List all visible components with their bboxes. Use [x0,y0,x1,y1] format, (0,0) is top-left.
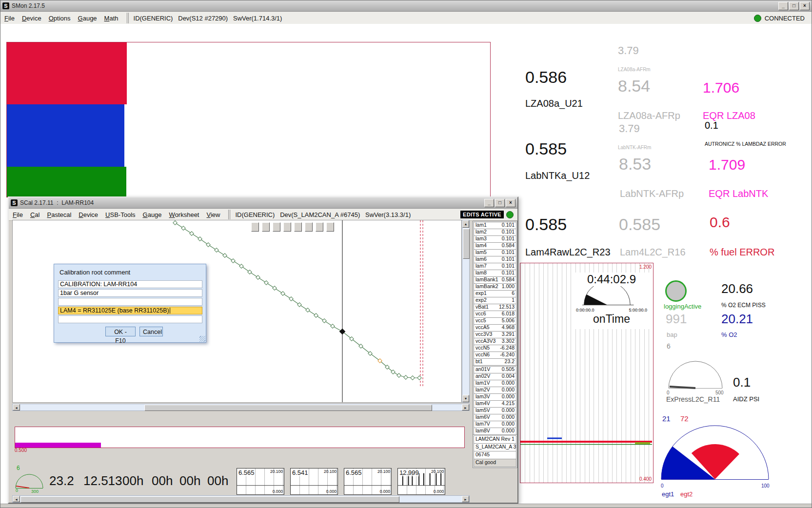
device-info-row: Cal good [474,459,516,467]
menu-item[interactable]: USB-Tools [105,211,135,218]
menu-item[interactable]: Worksheet [169,211,199,218]
voltage-row: lam8V0.000 [474,428,516,435]
express-min: 0 [667,390,670,395]
toolbar-button[interactable] [251,222,259,232]
bar-gauge-readouts [6,28,250,42]
counter-value: 00h [207,473,228,488]
menu-item[interactable]: Device [22,15,41,22]
aidz-value: 0.1 [733,375,751,390]
chart-toolbar [248,222,334,232]
minimize-icon[interactable]: _ [484,199,494,207]
comment-field[interactable] [58,315,202,323]
express-label: ExPressL2C_R11 [666,395,720,403]
voltage-row: lam1V0.000 [474,380,516,387]
chart-vscrollbar[interactable]: ▲ ▼ [462,220,470,403]
smon-window-title: SMon 2.17.5 [12,2,778,9]
minimize-icon[interactable]: _ [778,2,788,10]
scroll-down-icon[interactable]: ▼ [462,395,469,402]
telemetry-row: lam10.101 [474,222,516,229]
telemetry-row: bt123.2 [474,358,516,366]
scroll-right-icon[interactable]: ► [462,496,469,502]
bottom-scroll-thumb[interactable] [20,496,399,503]
menu-item[interactable]: View [207,211,220,218]
o2-ecm-value: 20.66 [721,281,753,296]
telemetry-row: vccA54.968 [474,324,516,332]
readout-lam4l2c-label: Lam4L2C_R16 [620,247,686,258]
toolbar-button[interactable] [326,222,334,232]
readout-lam4l2c: 0.585 [619,215,660,234]
text-cursor [170,308,170,313]
telemetry-row: vcc3V33.291 [474,331,516,338]
telemetry-row: lam60.101 [474,256,516,263]
cancel-button[interactable]: Cancel [139,327,163,336]
readout-eqr-labntk: 1.709 [709,156,745,173]
bar-gauge [6,42,491,197]
comment-field[interactable] [58,298,202,306]
bap-extra: 6 [667,342,671,350]
telemetry-row: lam80.101 [474,270,516,277]
menu-item[interactable]: Gauge [78,15,97,22]
menu-item[interactable]: Device [79,211,98,218]
scal-bottom-scrollbar[interactable]: ◄ ► [12,495,470,503]
comment-field[interactable]: 1bar G sensor [58,289,202,297]
ontime-gauge: 0:44:02.9 0:00:00.0 5:00:00.0 onTime [572,273,651,329]
menu-item[interactable]: Gauge [143,211,162,218]
lam-readouts [9,412,228,426]
telemetry-row: vccN5-6.248 [474,345,516,352]
voltage-row: lam5V0.000 [474,407,516,414]
menu-item[interactable]: File [4,15,15,22]
voltage-row: lam4V4.215 [474,400,516,408]
sparkline: 6.565 20.100 0.000 [237,468,284,495]
maximize-icon[interactable]: □ [789,2,799,10]
toolbar-button[interactable] [273,222,280,232]
menu-item[interactable]: Pastecal [47,211,71,218]
sparkline-row: 6.565 20.100 0.000 6.541 20.100 0.000 6.… [237,468,445,495]
o2-ecm-label: % O2 ECM PISS [721,302,766,309]
egt2-label: egt2 [680,490,693,498]
toolbar-button[interactable] [262,222,270,232]
egt-max: 100 [761,483,770,488]
scroll-up-icon[interactable]: ▲ [462,220,469,228]
toolbar-button[interactable] [316,222,323,232]
menu-item[interactable]: File [13,211,23,218]
telemetry-row: vBat112.513 [474,304,516,311]
mini-gauge-max: 300 [31,489,39,494]
readout-eqr-labntk-label: EQR LabNTK [709,188,768,199]
mini-gauge-value: 6 [17,465,20,471]
ontime-max: 5:00:00.0 [629,308,647,313]
scroll-left-icon[interactable]: ◄ [13,404,20,410]
toolbar-button[interactable] [305,222,313,232]
o2-label: % O2 [721,331,737,338]
scroll-right-icon[interactable]: ► [462,404,469,410]
comment-field[interactable]: CALIBRATION: LAM-RR104 [58,280,202,288]
scal-titlebar: S SCal 2.17.11 : LAM-RR104 _ □ × [9,197,517,209]
maximize-icon[interactable]: □ [495,199,505,207]
lam-bar-gauge [15,427,465,448]
menu-item[interactable]: Cal [30,211,40,218]
counter-value: 23.2 [49,473,74,488]
telemetry-row: lam20.101 [474,229,516,236]
vscroll-thumb[interactable] [463,229,470,259]
menu-item[interactable]: Math [104,15,119,22]
toolbar-button[interactable] [294,222,302,232]
comment-field[interactable]: LAM4 = RR311025E (base RR311025B) [58,307,202,314]
menu-item[interactable]: Options [49,15,71,22]
ok-button[interactable]: OK - F10 [105,327,136,336]
readout-lza-afrp: 8.54 [618,77,650,96]
telemetry-row: exp21 [474,297,516,304]
close-icon[interactable]: × [506,199,515,207]
ontime-value: 0:44:02.9 [572,273,651,286]
mini-gauge-min: 0 [16,488,18,493]
app-icon: S [2,2,9,9]
scroll-left-icon[interactable]: ◄ [13,496,20,502]
voltage-table: an01V0.505 an02V0.004 lam1V0.000 lam2V0.… [473,365,517,436]
hscroll-thumb[interactable] [144,405,432,411]
resize-grip[interactable] [199,336,205,342]
counter-value: 00h [152,473,173,488]
close-icon[interactable]: × [800,2,810,10]
ontime-dial [577,286,646,306]
toolbar-button[interactable] [283,222,291,232]
chart-hscrollbar[interactable]: ◄ ► [12,404,470,411]
egt1-label: egt1 [662,490,674,498]
telemetry-row: vcc55.006 [474,317,516,325]
